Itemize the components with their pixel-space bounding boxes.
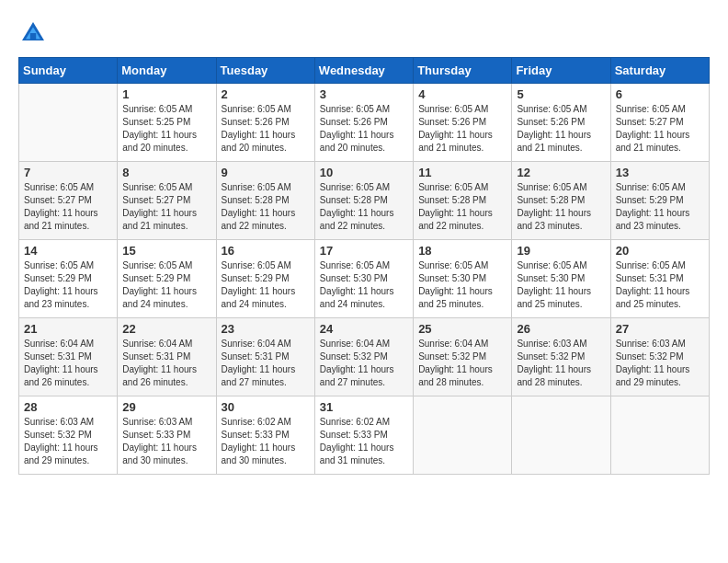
- day-info: Sunrise: 6:02 AM Sunset: 5:33 PM Dayligh…: [222, 416, 310, 467]
- day-info: Sunrise: 6:05 AM Sunset: 5:28 PM Dayligh…: [320, 181, 408, 233]
- day-info: Sunrise: 6:05 AM Sunset: 5:30 PM Dayligh…: [418, 259, 506, 311]
- calendar-cell: 24Sunrise: 6:04 AM Sunset: 5:32 PM Dayli…: [314, 318, 413, 396]
- day-info: Sunrise: 6:03 AM Sunset: 5:32 PM Dayligh…: [24, 416, 112, 467]
- calendar-cell: 31Sunrise: 6:02 AM Sunset: 5:33 PM Dayli…: [314, 396, 413, 475]
- day-number: 6: [616, 87, 704, 101]
- day-info: Sunrise: 6:03 AM Sunset: 5:32 PM Dayligh…: [517, 338, 605, 389]
- calendar-week-row: 28Sunrise: 6:03 AM Sunset: 5:32 PM Dayli…: [19, 396, 710, 475]
- day-number: 30: [222, 400, 310, 414]
- day-info: Sunrise: 6:04 AM Sunset: 5:32 PM Dayligh…: [418, 338, 506, 389]
- calendar-cell: 3Sunrise: 6:05 AM Sunset: 5:26 PM Daylig…: [314, 84, 413, 162]
- calendar-cell: [19, 84, 118, 162]
- calendar-cell: 12Sunrise: 6:05 AM Sunset: 5:28 PM Dayli…: [512, 162, 610, 240]
- calendar-cell: 5Sunrise: 6:05 AM Sunset: 5:26 PM Daylig…: [512, 84, 610, 162]
- day-number: 5: [517, 87, 605, 101]
- day-info: Sunrise: 6:05 AM Sunset: 5:31 PM Dayligh…: [616, 259, 704, 311]
- day-number: 25: [418, 322, 506, 336]
- day-number: 8: [122, 166, 210, 179]
- calendar-cell: 2Sunrise: 6:05 AM Sunset: 5:26 PM Daylig…: [216, 84, 314, 162]
- day-info: Sunrise: 6:05 AM Sunset: 5:26 PM Dayligh…: [222, 103, 310, 155]
- day-number: 18: [418, 244, 506, 258]
- day-info: Sunrise: 6:04 AM Sunset: 5:31 PM Dayligh…: [24, 338, 112, 389]
- calendar-cell: 14Sunrise: 6:05 AM Sunset: 5:29 PM Dayli…: [19, 240, 118, 318]
- calendar-cell: 30Sunrise: 6:02 AM Sunset: 5:33 PM Dayli…: [216, 396, 314, 475]
- calendar-cell: 11Sunrise: 6:05 AM Sunset: 5:28 PM Dayli…: [414, 162, 512, 240]
- day-number: 24: [320, 322, 408, 336]
- calendar-week-row: 21Sunrise: 6:04 AM Sunset: 5:31 PM Dayli…: [19, 318, 710, 396]
- calendar-cell: 27Sunrise: 6:03 AM Sunset: 5:32 PM Dayli…: [610, 318, 709, 396]
- calendar-body: 1Sunrise: 6:05 AM Sunset: 5:25 PM Daylig…: [19, 84, 710, 475]
- day-number: 1: [122, 87, 210, 101]
- calendar-cell: 6Sunrise: 6:05 AM Sunset: 5:27 PM Daylig…: [610, 84, 709, 162]
- calendar-cell: 16Sunrise: 6:05 AM Sunset: 5:29 PM Dayli…: [216, 240, 314, 318]
- day-number: 22: [122, 322, 210, 336]
- day-number: 16: [222, 244, 310, 258]
- calendar-cell: 8Sunrise: 6:05 AM Sunset: 5:27 PM Daylig…: [118, 162, 216, 240]
- day-info: Sunrise: 6:05 AM Sunset: 5:25 PM Dayligh…: [122, 103, 210, 155]
- day-number: 21: [24, 322, 112, 336]
- day-number: 13: [616, 166, 704, 179]
- day-number: 27: [616, 322, 704, 336]
- calendar-header-monday: Monday: [118, 58, 216, 84]
- calendar-week-row: 1Sunrise: 6:05 AM Sunset: 5:25 PM Daylig…: [19, 84, 710, 162]
- day-number: 14: [24, 244, 112, 258]
- day-number: 28: [24, 400, 112, 414]
- day-number: 19: [517, 244, 605, 258]
- calendar-cell: 1Sunrise: 6:05 AM Sunset: 5:25 PM Daylig…: [118, 84, 216, 162]
- calendar-cell: 22Sunrise: 6:04 AM Sunset: 5:31 PM Dayli…: [118, 318, 216, 396]
- calendar-cell: 15Sunrise: 6:05 AM Sunset: 5:29 PM Dayli…: [118, 240, 216, 318]
- calendar-header-row: SundayMondayTuesdayWednesdayThursdayFrid…: [19, 58, 710, 84]
- day-number: 7: [24, 166, 112, 179]
- day-info: Sunrise: 6:05 AM Sunset: 5:26 PM Dayligh…: [320, 103, 408, 155]
- logo: [18, 18, 51, 48]
- calendar-cell: 10Sunrise: 6:05 AM Sunset: 5:28 PM Dayli…: [314, 162, 413, 240]
- logo-icon: [18, 18, 48, 48]
- day-info: Sunrise: 6:05 AM Sunset: 5:27 PM Dayligh…: [616, 103, 704, 155]
- day-number: 23: [222, 322, 310, 336]
- calendar-table: SundayMondayTuesdayWednesdayThursdayFrid…: [18, 57, 710, 475]
- day-info: Sunrise: 6:03 AM Sunset: 5:33 PM Dayligh…: [122, 416, 210, 467]
- day-number: 26: [517, 322, 605, 336]
- day-info: Sunrise: 6:05 AM Sunset: 5:26 PM Dayligh…: [418, 103, 506, 155]
- page-header: [18, 18, 710, 48]
- day-info: Sunrise: 6:05 AM Sunset: 5:28 PM Dayligh…: [222, 181, 310, 233]
- day-number: 29: [122, 400, 210, 414]
- calendar-cell: [610, 396, 709, 475]
- day-info: Sunrise: 6:04 AM Sunset: 5:32 PM Dayligh…: [320, 338, 408, 389]
- calendar-header-sunday: Sunday: [19, 58, 118, 84]
- day-info: Sunrise: 6:05 AM Sunset: 5:29 PM Dayligh…: [616, 181, 704, 233]
- calendar-cell: 19Sunrise: 6:05 AM Sunset: 5:30 PM Dayli…: [512, 240, 610, 318]
- calendar-cell: 9Sunrise: 6:05 AM Sunset: 5:28 PM Daylig…: [216, 162, 314, 240]
- day-info: Sunrise: 6:05 AM Sunset: 5:29 PM Dayligh…: [222, 259, 310, 311]
- day-number: 3: [320, 87, 408, 101]
- day-info: Sunrise: 6:04 AM Sunset: 5:31 PM Dayligh…: [222, 338, 310, 389]
- calendar-cell: 28Sunrise: 6:03 AM Sunset: 5:32 PM Dayli…: [19, 396, 118, 475]
- calendar-cell: 17Sunrise: 6:05 AM Sunset: 5:30 PM Dayli…: [314, 240, 413, 318]
- day-info: Sunrise: 6:04 AM Sunset: 5:31 PM Dayligh…: [122, 338, 210, 389]
- calendar-cell: 13Sunrise: 6:05 AM Sunset: 5:29 PM Dayli…: [610, 162, 709, 240]
- day-info: Sunrise: 6:05 AM Sunset: 5:30 PM Dayligh…: [517, 259, 605, 311]
- day-info: Sunrise: 6:05 AM Sunset: 5:27 PM Dayligh…: [24, 181, 112, 233]
- day-info: Sunrise: 6:05 AM Sunset: 5:26 PM Dayligh…: [517, 103, 605, 155]
- calendar-cell: 21Sunrise: 6:04 AM Sunset: 5:31 PM Dayli…: [19, 318, 118, 396]
- calendar-cell: 4Sunrise: 6:05 AM Sunset: 5:26 PM Daylig…: [414, 84, 512, 162]
- day-info: Sunrise: 6:05 AM Sunset: 5:28 PM Dayligh…: [418, 181, 506, 233]
- day-info: Sunrise: 6:05 AM Sunset: 5:29 PM Dayligh…: [24, 259, 112, 311]
- day-number: 20: [616, 244, 704, 258]
- day-info: Sunrise: 6:05 AM Sunset: 5:29 PM Dayligh…: [122, 259, 210, 311]
- calendar-cell: 7Sunrise: 6:05 AM Sunset: 5:27 PM Daylig…: [19, 162, 118, 240]
- calendar-week-row: 14Sunrise: 6:05 AM Sunset: 5:29 PM Dayli…: [19, 240, 710, 318]
- day-number: 9: [222, 166, 310, 179]
- calendar-header-thursday: Thursday: [414, 58, 512, 84]
- calendar-cell: [414, 396, 512, 475]
- day-number: 15: [122, 244, 210, 258]
- day-number: 31: [320, 400, 408, 414]
- day-info: Sunrise: 6:03 AM Sunset: 5:32 PM Dayligh…: [616, 338, 704, 389]
- day-number: 17: [320, 244, 408, 258]
- day-number: 2: [222, 87, 310, 101]
- calendar-cell: 18Sunrise: 6:05 AM Sunset: 5:30 PM Dayli…: [414, 240, 512, 318]
- day-info: Sunrise: 6:02 AM Sunset: 5:33 PM Dayligh…: [320, 416, 408, 467]
- calendar-cell: 23Sunrise: 6:04 AM Sunset: 5:31 PM Dayli…: [216, 318, 314, 396]
- day-info: Sunrise: 6:05 AM Sunset: 5:28 PM Dayligh…: [517, 181, 605, 233]
- calendar-cell: [512, 396, 610, 475]
